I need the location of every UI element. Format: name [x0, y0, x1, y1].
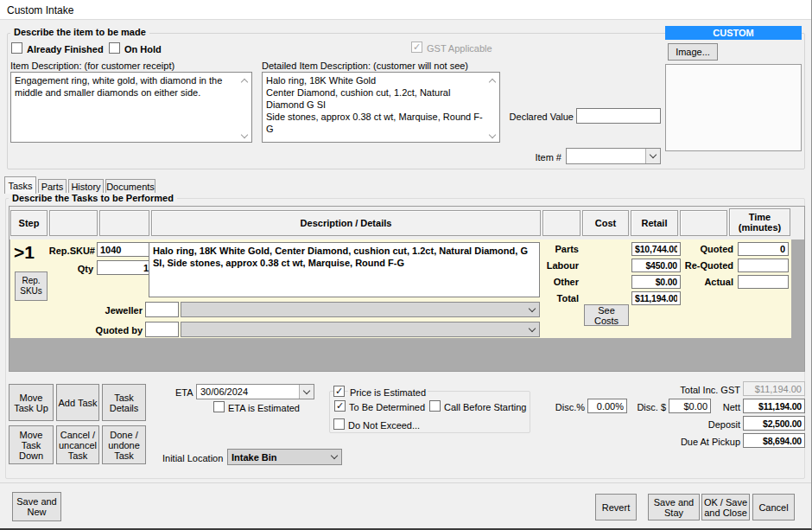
initial-location-label: Initial Location	[162, 453, 223, 463]
add-task-button[interactable]: Add Task	[56, 384, 99, 421]
col-header-blank	[680, 210, 727, 236]
price-estimated-label: Price is Estimated	[348, 387, 428, 398]
item-description-input[interactable]: Engagement ring, white gold, with diamon…	[10, 72, 252, 143]
grid-header-row: Step Description / Details Cost Retail T…	[10, 207, 804, 239]
check-icon: ✓	[335, 386, 343, 396]
qty-field[interactable]	[97, 260, 152, 275]
on-hold-label: On Hold	[124, 44, 162, 54]
cancel-task-button[interactable]: Cancel / uncancel Task	[56, 425, 99, 464]
chevron-down-icon	[327, 450, 341, 464]
to-be-determined-checkbox[interactable]: ✓	[334, 400, 346, 412]
price-estimated-checkbox[interactable]: ✓	[333, 386, 345, 397]
declared-value-field[interactable]	[576, 108, 661, 124]
deposit-label: Deposit	[654, 419, 740, 430]
chevron-down-icon	[525, 303, 539, 316]
chevron-down-icon[interactable]	[645, 149, 660, 163]
quoted-by-dropdown[interactable]	[181, 322, 540, 337]
to-be-determined-label: To Be Determined	[349, 402, 425, 412]
scroll-up-icon[interactable]	[488, 76, 497, 85]
gst-applicable-label: GST Applicable	[427, 43, 492, 54]
do-not-exceed-label: Do Not Exceed...	[348, 420, 420, 431]
rep-sku-label: Rep.SKU#	[35, 246, 95, 256]
jeweller-dropdown[interactable]	[181, 302, 540, 317]
call-before-starting-checkbox[interactable]	[429, 400, 441, 412]
col-header-time: Time (minutes)	[729, 208, 790, 236]
initial-location-dropdown[interactable]: Intake Bin	[227, 449, 342, 465]
total-inc-gst-field	[743, 381, 805, 396]
tab-tasks[interactable]: Tasks	[4, 176, 36, 194]
check-icon: ✓	[336, 401, 344, 411]
disc-pct-label: Disc.%	[533, 402, 585, 412]
gst-applicable-checkbox: ✓	[411, 42, 422, 53]
move-task-up-button[interactable]: Move Task Up	[9, 384, 54, 421]
move-task-down-button[interactable]: Move Task Down	[9, 425, 54, 464]
tab-history[interactable]: History	[68, 179, 104, 194]
save-and-new-button[interactable]: Save and New	[12, 492, 61, 521]
eta-label: ETA	[175, 387, 193, 398]
item-number-dropdown[interactable]	[566, 148, 661, 164]
title-bar	[0, 0, 812, 20]
task-description-input[interactable]: Halo ring, 18K White Gold, Center Diamon…	[149, 242, 540, 297]
scroll-down-icon[interactable]	[488, 131, 497, 140]
deposit-field[interactable]	[743, 416, 805, 431]
custom-intake-window: Custom Intake Describe the item to be ma…	[0, 0, 812, 530]
chevron-down-icon[interactable]	[299, 385, 314, 399]
jeweller-label: Jeweller	[82, 305, 143, 316]
quoted-by-code-field[interactable]	[145, 322, 179, 337]
see-costs-button[interactable]: See Costs	[584, 304, 629, 326]
item-number-label: Item #	[484, 152, 561, 163]
quoted-time-field[interactable]	[738, 242, 789, 256]
scroll-down-icon[interactable]	[240, 131, 249, 140]
do-not-exceed-checkbox[interactable]	[333, 418, 345, 430]
revert-button[interactable]: Revert	[595, 494, 637, 520]
requoted-time-label: Re-Quoted	[673, 260, 733, 271]
total-retail-field[interactable]	[631, 291, 681, 305]
actual-time-label: Actual	[673, 277, 733, 287]
total-label: Total	[518, 293, 579, 303]
nett-label: Nett	[680, 402, 740, 412]
scroll-up-icon[interactable]	[240, 76, 249, 85]
chevron-down-icon	[525, 322, 539, 336]
quoted-by-label: Quoted by	[82, 325, 143, 335]
col-header-retail: Retail	[631, 210, 678, 236]
item-group-legend: Describe the item to be made	[10, 27, 149, 37]
col-header-description: Description / Details	[151, 210, 541, 236]
item-image-placeholder[interactable]	[665, 64, 802, 151]
done-task-button[interactable]: Done / undone Task	[102, 425, 146, 464]
footer-divider	[0, 482, 812, 483]
total-inc-gst-label: Total Inc. GST	[654, 385, 740, 395]
nett-field[interactable]	[743, 399, 805, 413]
labour-label: Labour	[518, 260, 579, 271]
tab-documents[interactable]: Documents	[105, 179, 155, 194]
rep-skus-button[interactable]: Rep. SKUs	[15, 271, 48, 301]
check-icon: ✓	[413, 42, 421, 52]
eta-value: 30/06/2024	[197, 386, 299, 397]
detailed-description-input[interactable]: Halo ring, 18K White Gold Center Diamond…	[262, 72, 500, 143]
col-header-cost: Cost	[582, 210, 629, 236]
detailed-description-label: Detailed Item Description: (customer wil…	[262, 61, 468, 71]
image-button[interactable]: Image...	[668, 43, 718, 61]
custom-banner: CUSTOM	[665, 26, 802, 40]
tasks-group-legend: Describe the Tasks to be Performed	[9, 193, 177, 203]
cancel-button[interactable]: Cancel	[752, 494, 795, 520]
requoted-time-field[interactable]	[738, 259, 789, 272]
jeweller-code-field[interactable]	[145, 302, 179, 317]
eta-estimated-label: ETA is Estimated	[228, 403, 300, 413]
due-at-pickup-field[interactable]	[743, 433, 805, 448]
eta-estimated-checkbox[interactable]	[213, 401, 225, 412]
col-header-blank	[99, 210, 149, 236]
actual-time-field[interactable]	[738, 275, 789, 289]
due-at-pickup-label: Due At Pickup	[654, 437, 740, 447]
task-details-button[interactable]: Task Details	[102, 384, 146, 421]
ok-save-close-button[interactable]: OK / Save and Close	[701, 494, 750, 520]
disc-amt-label: Disc. $	[614, 402, 666, 412]
col-header-blank	[49, 210, 98, 236]
item-description-label: Item Description: (for customer receipt)	[10, 61, 174, 71]
eta-dropdown[interactable]: 30/06/2024	[196, 384, 314, 399]
other-label: Other	[518, 277, 579, 287]
save-and-stay-button[interactable]: Save and Stay	[648, 494, 700, 520]
on-hold-checkbox[interactable]	[109, 42, 120, 54]
rep-sku-field[interactable]	[97, 242, 152, 257]
already-finished-checkbox[interactable]	[11, 42, 22, 54]
tab-parts[interactable]: Parts	[38, 179, 67, 194]
